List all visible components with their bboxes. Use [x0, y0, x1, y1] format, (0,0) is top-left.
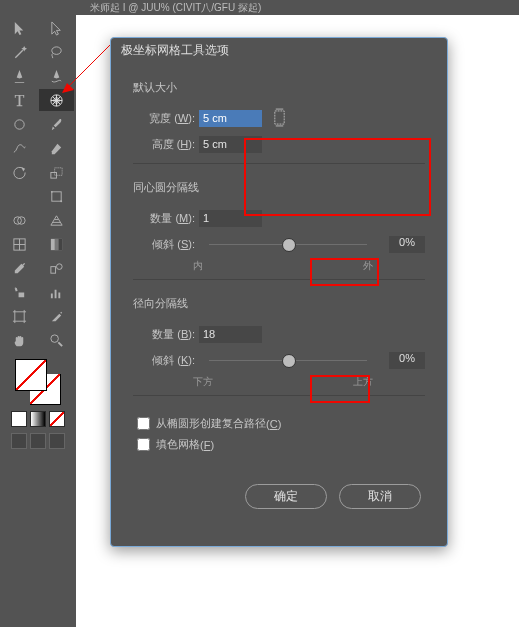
fill-stroke-swatch[interactable]: [15, 359, 61, 405]
direct-selection-tool[interactable]: [39, 17, 74, 39]
tool-panel: [0, 15, 76, 627]
screen-mode-2-icon[interactable]: [30, 433, 46, 449]
scale-tool[interactable]: [39, 161, 74, 183]
svg-rect-17: [15, 311, 24, 320]
concentric-count-label: 数量 (M):: [133, 211, 199, 226]
svg-rect-21: [275, 110, 284, 123]
polar-grid-options-dialog: 极坐标网格工具选项 默认大小 宽度 (W): 高度 (H): 同心圆分隔线 数量…: [110, 37, 448, 547]
cancel-button[interactable]: 取消: [339, 484, 421, 509]
svg-point-0: [52, 46, 61, 54]
column-graph-tool[interactable]: [39, 281, 74, 303]
constrain-icon[interactable]: [272, 108, 287, 129]
gradient-tool[interactable]: [39, 233, 74, 255]
width-label: 宽度 (W):: [133, 111, 199, 126]
gradient-mode-icon[interactable]: [30, 411, 46, 427]
default-size-heading: 默认大小: [133, 80, 425, 95]
axis-bottom-label: 下方: [193, 375, 213, 389]
magic-wand-tool[interactable]: [2, 41, 37, 63]
ok-button[interactable]: 确定: [245, 484, 327, 509]
svg-point-7: [51, 190, 53, 192]
color-mode-icon[interactable]: [11, 411, 27, 427]
hand-tool[interactable]: [2, 329, 37, 351]
screen-mode-3-icon[interactable]: [49, 433, 65, 449]
compound-path-checkbox[interactable]: 从椭圆形创建复合路径 (C): [133, 414, 425, 433]
radial-count-label: 数量 (B):: [133, 327, 199, 342]
svg-point-3: [15, 119, 24, 128]
mesh-tool[interactable]: [2, 233, 37, 255]
dialog-title: 极坐标网格工具选项: [111, 38, 447, 64]
curvature-tool[interactable]: [39, 65, 74, 87]
annotation-box-3: [310, 375, 370, 403]
width-tool[interactable]: [2, 185, 37, 207]
radial-heading: 径向分隔线: [133, 296, 425, 311]
perspective-grid-tool[interactable]: [39, 209, 74, 231]
eraser-tool[interactable]: [39, 137, 74, 159]
screen-mode-icon[interactable]: [11, 433, 27, 449]
eyedropper-tool[interactable]: [2, 257, 37, 279]
none-mode-icon[interactable]: [49, 411, 65, 427]
svg-rect-5: [55, 167, 63, 175]
radial-count-input[interactable]: [199, 326, 262, 343]
height-label: 高度 (H):: [133, 137, 199, 152]
artboard-tool[interactable]: [2, 305, 37, 327]
concentric-skew-label: 倾斜 (S):: [133, 237, 199, 252]
concentric-skew-value: 0%: [389, 236, 425, 253]
slice-tool[interactable]: [39, 305, 74, 327]
pen-tool[interactable]: [2, 65, 37, 87]
radial-skew-value: 0%: [389, 352, 425, 369]
selection-tool[interactable]: [2, 17, 37, 39]
annotation-box-2: [310, 258, 379, 286]
blend-tool[interactable]: [39, 257, 74, 279]
document-tab-bar: 米师起 I @ JUU% (CIVIT八/GFU 探起): [0, 0, 519, 16]
ellipse-tool[interactable]: [2, 113, 37, 135]
lasso-tool[interactable]: [39, 41, 74, 63]
svg-rect-15: [51, 266, 56, 273]
svg-point-16: [57, 263, 63, 269]
svg-rect-13: [55, 238, 59, 249]
type-tool[interactable]: [2, 89, 37, 111]
paintbrush-tool[interactable]: [39, 113, 74, 135]
fill-grid-checkbox[interactable]: 填色网格 (F): [133, 435, 425, 454]
width-input[interactable]: [199, 110, 262, 127]
polar-grid-tool[interactable]: [39, 89, 74, 111]
symbol-sprayer-tool[interactable]: [2, 281, 37, 303]
free-transform-tool[interactable]: [39, 185, 74, 207]
shape-builder-tool[interactable]: [2, 209, 37, 231]
radial-skew-slider[interactable]: [209, 360, 367, 361]
shaper-tool[interactable]: [2, 137, 37, 159]
axis-inner-label: 内: [193, 259, 203, 273]
radial-skew-label: 倾斜 (K):: [133, 353, 199, 368]
concentric-skew-slider[interactable]: [209, 244, 367, 245]
annotation-box-1: [244, 138, 431, 216]
svg-rect-14: [58, 238, 62, 249]
svg-point-18: [51, 334, 59, 342]
zoom-tool[interactable]: [39, 329, 74, 351]
rotate-tool[interactable]: [2, 161, 37, 183]
svg-point-8: [60, 200, 62, 202]
svg-rect-6: [52, 191, 61, 200]
